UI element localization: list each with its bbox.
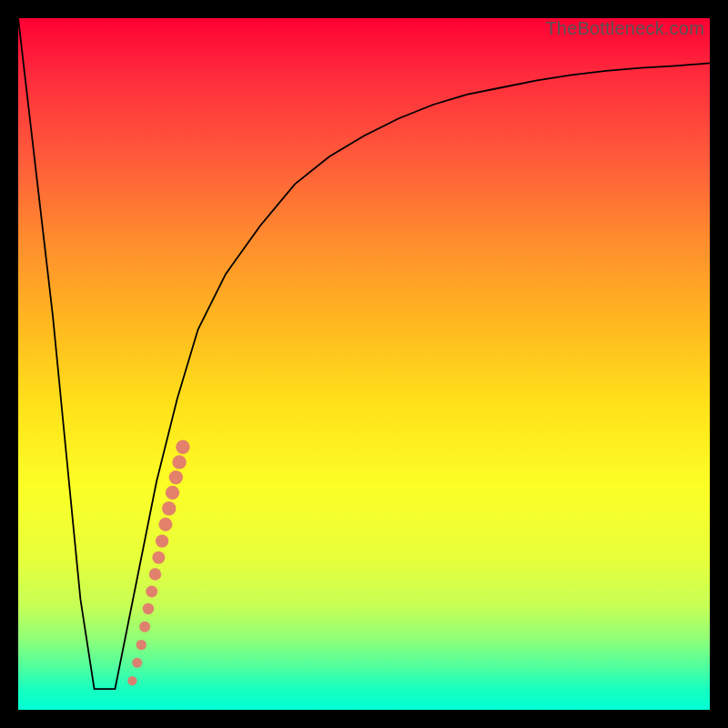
highlight-dot-icon [158, 518, 172, 531]
highlight-dot-icon [132, 658, 142, 668]
highlight-dot-icon [156, 534, 168, 547]
highlight-dot-icon [162, 501, 176, 515]
highlight-dot-icon [127, 676, 136, 685]
chart-frame: TheBottleneck.com [0, 0, 728, 728]
highlight-dot-icon [169, 470, 183, 484]
highlight-dot-icon [143, 603, 154, 614]
highlight-dot-icon [136, 640, 147, 650]
highlight-dot-icon [149, 568, 161, 580]
watermark-text: TheBottleneck.com [545, 18, 704, 39]
highlight-dot-icon [172, 455, 186, 469]
highlight-dot-icon [166, 486, 179, 500]
chart-svg [18, 18, 710, 710]
highlight-dots-group [127, 440, 189, 686]
highlight-dot-icon [176, 440, 189, 454]
plot-area: TheBottleneck.com [18, 18, 710, 710]
highlight-dot-icon [146, 586, 157, 598]
highlight-dot-icon [152, 551, 165, 564]
bottleneck-curve [18, 18, 710, 689]
highlight-dot-icon [139, 622, 150, 632]
